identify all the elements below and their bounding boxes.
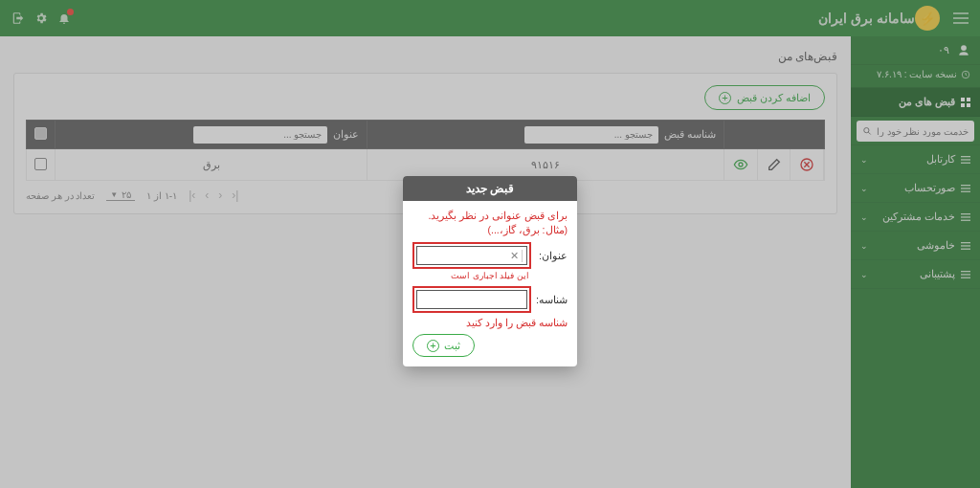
modal-title: قبض جدید bbox=[403, 176, 577, 201]
modal-hint-top: برای قبض عنوانی در نظر بگیرید. (مثال: بر… bbox=[412, 209, 568, 236]
field-title-error: این فیلد اجباری است bbox=[412, 271, 529, 280]
submit-button[interactable]: ثبت + bbox=[412, 334, 475, 357]
bill-id-input[interactable] bbox=[421, 294, 523, 305]
field-title-label: عنوان: bbox=[536, 250, 568, 262]
field-id-label: شناسه: bbox=[536, 294, 568, 306]
modal-hint-bottom: شناسه قبض را وارد کنید bbox=[412, 317, 568, 328]
new-bill-modal: قبض جدید برای قبض عنوانی در نظر بگیرید. … bbox=[403, 176, 577, 366]
field-id-highlight bbox=[412, 286, 531, 313]
plus-circle-icon: + bbox=[427, 340, 439, 352]
field-title-highlight: ✕ bbox=[412, 242, 531, 269]
clear-title-icon[interactable]: ✕ bbox=[507, 250, 523, 262]
bill-title-input[interactable] bbox=[421, 250, 507, 261]
